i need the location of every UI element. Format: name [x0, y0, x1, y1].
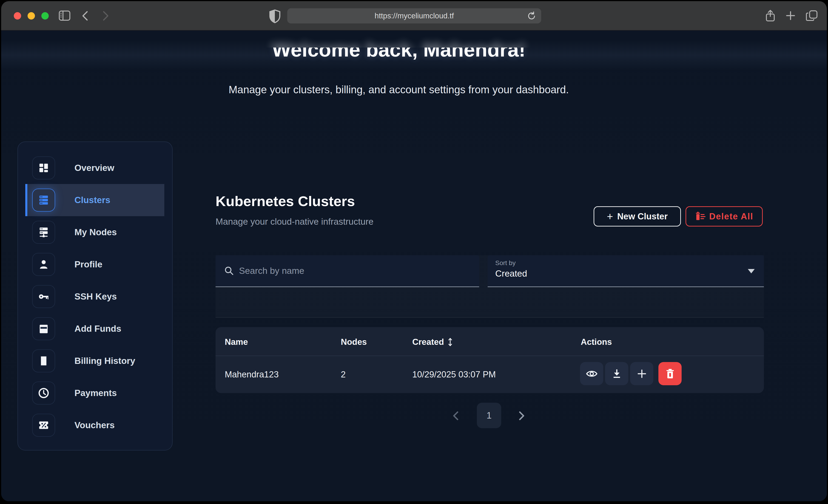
privacy-shield-icon[interactable]: [268, 9, 282, 24]
dashboard-icon: [32, 157, 55, 179]
welcome-title: Welcome back, Mahendra!: [157, 48, 640, 61]
address-bar[interactable]: [287, 8, 541, 24]
new-tab-icon[interactable]: [785, 10, 796, 21]
sidebar-item-add-funds[interactable]: Add Funds: [18, 312, 172, 345]
new-cluster-button[interactable]: + New Cluster: [593, 206, 681, 226]
trash-icon: [665, 369, 675, 379]
sidebar-item-label: Add Funds: [75, 324, 121, 334]
cluster-name-cell: Mahendra123: [225, 370, 279, 379]
clusters-table: Name Nodes Created Actions Mahendra123 2…: [215, 327, 764, 393]
table-divider: [215, 355, 764, 356]
sidebar-item-payments[interactable]: Payments: [18, 377, 172, 409]
cluster-nodes-cell: 2: [341, 370, 346, 379]
traffic-light-minimize[interactable]: [28, 12, 35, 19]
delete-cluster-button[interactable]: [658, 362, 681, 385]
welcome-title-ghost: Welcome back, Mahendra!: [157, 31, 640, 48]
column-header-nodes: Nodes: [341, 337, 367, 347]
download-icon: [612, 369, 622, 379]
sort-updown-icon: [447, 338, 453, 346]
column-header-name: Name: [225, 337, 248, 347]
sidebar-item-my-nodes[interactable]: My Nodes: [18, 216, 172, 248]
view-cluster-button[interactable]: [580, 362, 603, 385]
sidebar-item-profile[interactable]: Profile: [18, 248, 172, 281]
sort-value: Created: [495, 268, 527, 279]
sidebar-item-label: SSH Keys: [75, 292, 117, 302]
share-icon[interactable]: [764, 9, 776, 22]
clock-icon: [32, 382, 55, 405]
sort-select[interactable]: Sort by Created: [488, 255, 764, 287]
cluster-created-cell: 10/29/2025 03:07 PM: [412, 370, 496, 379]
sidebar-item-label: Billing History: [75, 356, 135, 366]
page-number-button[interactable]: 1: [477, 403, 501, 428]
sort-label: Sort by: [495, 259, 516, 267]
clusters-icon: [32, 188, 55, 212]
sidebar-item-label: Payments: [75, 388, 117, 398]
eye-icon: [586, 369, 598, 378]
sidebar-item-billing-history[interactable]: Billing History: [18, 345, 172, 377]
column-header-created[interactable]: Created: [412, 337, 453, 347]
key-icon: [32, 285, 55, 308]
sidebar-item-label: Profile: [75, 259, 102, 269]
sidebar-item-label: Overview: [75, 163, 114, 173]
refresh-icon[interactable]: [527, 11, 536, 21]
clusters-title: Kubernetes Clusters: [215, 193, 355, 209]
sidebar-toggle-icon[interactable]: [58, 10, 71, 21]
column-header-actions: Actions: [581, 337, 612, 347]
sidebar-item-label: Vouchers: [75, 420, 115, 430]
tab-overview-icon[interactable]: [806, 10, 818, 22]
chevron-down-icon: [748, 269, 755, 274]
browser-window: Welcome back, Mahendra! Welcome back, Ma…: [1, 1, 827, 501]
back-icon[interactable]: [81, 11, 89, 21]
sidebar-item-ssh-keys[interactable]: SSH Keys: [18, 281, 172, 312]
pagination: 1: [215, 403, 764, 432]
traffic-light-zoom[interactable]: [41, 12, 49, 19]
delete-all-button[interactable]: Delete All: [686, 206, 763, 226]
sidebar-item-label: My Nodes: [75, 227, 117, 237]
previous-page-icon[interactable]: [452, 411, 460, 421]
plus-icon: [637, 369, 647, 379]
dashboard-page: Welcome back, Mahendra! Welcome back, Ma…: [1, 31, 827, 501]
sidebar-item-overview[interactable]: Overview: [18, 152, 172, 184]
welcome-title-wrap: Welcome back, Mahendra!: [157, 48, 640, 73]
profile-icon: [32, 253, 55, 276]
forward-icon[interactable]: [102, 11, 110, 21]
welcome-subtitle: Manage your clusters, billing, and accou…: [157, 83, 640, 96]
wallet-icon: [32, 317, 55, 340]
sidebar-item-clusters[interactable]: Clusters: [25, 184, 164, 216]
traffic-light-close[interactable]: [14, 12, 21, 19]
clusters-subtitle: Manage your cloud-native infrastructure: [215, 217, 373, 227]
nodes-icon: [32, 221, 55, 244]
receipt-icon: [32, 349, 55, 372]
browser-toolbar: [1, 1, 827, 31]
active-indicator-bar: [25, 184, 27, 216]
download-kubeconfig-button[interactable]: [605, 362, 628, 385]
add-node-button[interactable]: [630, 362, 653, 385]
sidebar-item-vouchers[interactable]: Vouchers: [18, 409, 172, 441]
search-icon: [224, 265, 235, 276]
voucher-icon: [32, 414, 55, 437]
url-input[interactable]: [313, 11, 516, 20]
delete-sweep-icon: [695, 211, 705, 221]
sidebar-item-label: Clusters: [75, 195, 110, 205]
search-input[interactable]: [239, 266, 446, 276]
next-page-icon[interactable]: [518, 411, 526, 421]
plus-icon: +: [607, 210, 613, 222]
search-field[interactable]: [215, 255, 479, 287]
sidebar: Overview Clusters My Nodes Profile: [17, 141, 173, 451]
